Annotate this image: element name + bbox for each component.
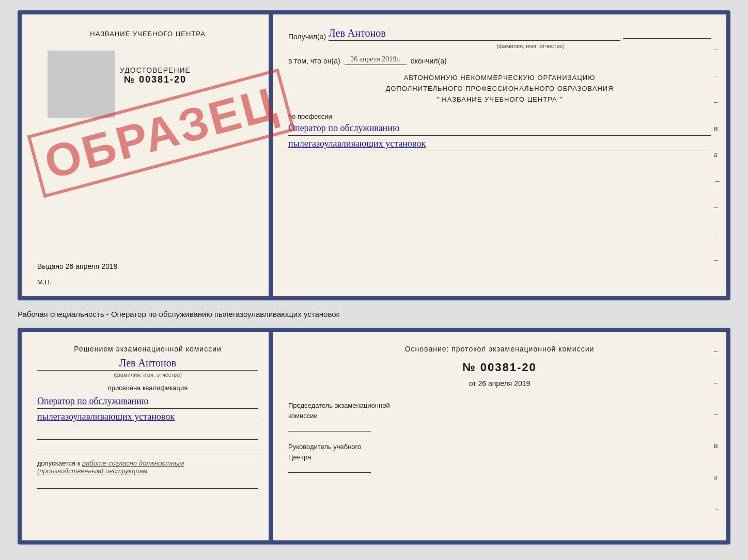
top-document: НАЗВАНИЕ УЧЕБНОГО ЦЕНТРА УДОСТОВЕРЕНИЕ №… [18,10,730,300]
org-quote-open: " [437,95,440,103]
ot-date-line: от 26 апреля 2019 [288,379,711,388]
dash-i: и [714,124,721,133]
vydano-date: 26 апреля 2019 [66,262,118,270]
predsedatel-block: Председатель экзаменационной комиссии [288,401,711,431]
qual-line2: пылегазоулавливающих установок [37,411,258,424]
bdash-a: а [714,473,721,482]
qual-line1: Оператор по обслуживанию [37,396,258,409]
po-professii-label: по профессии [288,113,711,120]
ot-date: 26 апреля 2019 [478,379,531,388]
bdash-arrow: ← [714,505,721,513]
fio-hint-bottom: (фамилия, имя, отчество) [37,372,258,378]
poluchil-dash [623,38,711,39]
blank-line-bottom [37,477,258,489]
udost-number: № 00381-20 [120,74,191,85]
predsedatel-sig-line [288,431,371,431]
dash-3: – [714,98,721,106]
org-line2: ДОПОЛНИТЕЛЬНОГО ПРОФЕССИОНАЛЬНОГО ОБРАЗО… [288,84,711,94]
udostoverenie-label: УДОСТОВЕРЕНИЕ [120,66,191,74]
fio-hint-top: (фамилия, имя, отчество) [350,43,711,49]
top-right-dashes: – – – и а ← – – – [714,45,721,264]
dash-1: – [714,45,721,54]
blank-line-1 [37,428,258,440]
rukovoditel-line1: Руководитель учебного [288,443,361,451]
vtom-row: в том, что он(а) 26 апреля 2019г. окончи… [288,55,711,65]
top-left-panel: НАЗВАНИЕ УЧЕБНОГО ЦЕНТРА УДОСТОВЕРЕНИЕ №… [22,14,270,296]
org-name-line: " НАЗВАНИЕ УЧЕБНОГО ЦЕНТРА " [288,94,711,105]
dash-6: – [714,256,721,264]
bottom-document: Решением экзаменационной комиссии Лев Ан… [18,328,730,545]
dopuskaetsya-italic2: (производственным) инструкциям [37,467,258,475]
edu-center-title-top: НАЗВАНИЕ УЧЕБНОГО ЦЕНТРА [37,30,258,38]
dash-5: – [714,230,721,238]
rukovoditel-label: Руководитель учебного Центра [288,442,711,462]
dopuskaetsya-prefix: допускается к [37,459,80,467]
bottom-right-dashes: – – – и а ← – – – [714,347,721,545]
udostoverenie-block: УДОСТОВЕРЕНИЕ № 00381-20 [120,66,191,85]
okonchil-label: окончил(а) [411,57,447,65]
completion-date: 26 апреля 2019г. [345,55,407,65]
osnovanie-header: Основание: протокол экзаменационной коми… [288,345,711,353]
dash-4: – [714,203,721,212]
dopuskaetsya-block: допускается к работе согласно должностны… [37,459,258,475]
poluchil-row: Получил(а) Лев Антонов [288,27,711,41]
dopuskaetsya-italic1: работе согласно должностным [82,459,184,467]
predsedatel-line2: комиссии [288,412,318,420]
mp-line: М.П. [37,278,258,286]
poluchil-label: Получил(а) [288,33,326,41]
org-name: НАЗВАНИЕ УЧЕБНОГО ЦЕНТРА [442,95,557,103]
dash-a: а [714,151,721,159]
org-quote-close: " [559,95,563,103]
org-block: АВТОНОМНУЮ НЕКОММЕРЧЕСКУЮ ОРГАНИЗАЦИЮ ДО… [288,73,711,105]
profession-line2-top: пылегазоулавливающих установок [288,138,711,151]
predsedatel-line1: Председатель экзаменационной [288,402,390,409]
profession-line1-top: Оператор по обслуживанию [288,123,711,136]
rukovoditel-line2: Центра [288,453,311,461]
vydano-label: Выдано [37,262,64,270]
page-wrapper: НАЗВАНИЕ УЧЕБНОГО ЦЕНТРА УДОСТОВЕРЕНИЕ №… [18,10,730,545]
photo-placeholder [48,51,115,118]
bdash-4: – [714,536,721,545]
blank-line-2 [37,444,258,455]
protocol-number: № 00381-20 [288,361,711,374]
vydano-line: Выдано 26 апреля 2019 [37,262,258,270]
bottom-left-panel: Решением экзаменационной комиссии Лев Ан… [22,332,270,540]
vtom-label: в том, что он(а) [288,57,340,65]
bdash-1: – [714,347,721,356]
rukovoditel-sig-line [288,472,371,473]
bottom-name: Лев Антонов [37,357,258,371]
dash-arrow: ← [714,177,721,185]
middle-label: Рабочая специальность - Оператор по обсл… [18,306,730,323]
stamp-area-wrapper: УДОСТОВЕРЕНИЕ № 00381-20 ОБРАЗЕЦ [37,45,258,159]
bottom-right-panel: Основание: протокол экзаменационной коми… [273,332,726,540]
org-line1: АВТОНОМНУЮ НЕКОММЕРЧЕСКУЮ ОРГАНИЗАЦИЮ [288,73,711,84]
bdash-2: – [714,379,721,387]
bdash-i: и [714,442,721,450]
predsedatel-label: Председатель экзаменационной комиссии [288,401,711,421]
recipient-name: Лев Антонов [329,27,620,41]
top-right-panel: Получил(а) Лев Антонов (фамилия, имя, от… [273,14,726,296]
resheniem-header: Решением экзаменационной комиссии [37,345,258,353]
ot-prefix: от [469,379,476,388]
bdash-3: – [714,410,721,419]
dash-2: – [714,72,721,80]
prisvoyena-label: присвоена квалификация [37,384,258,392]
